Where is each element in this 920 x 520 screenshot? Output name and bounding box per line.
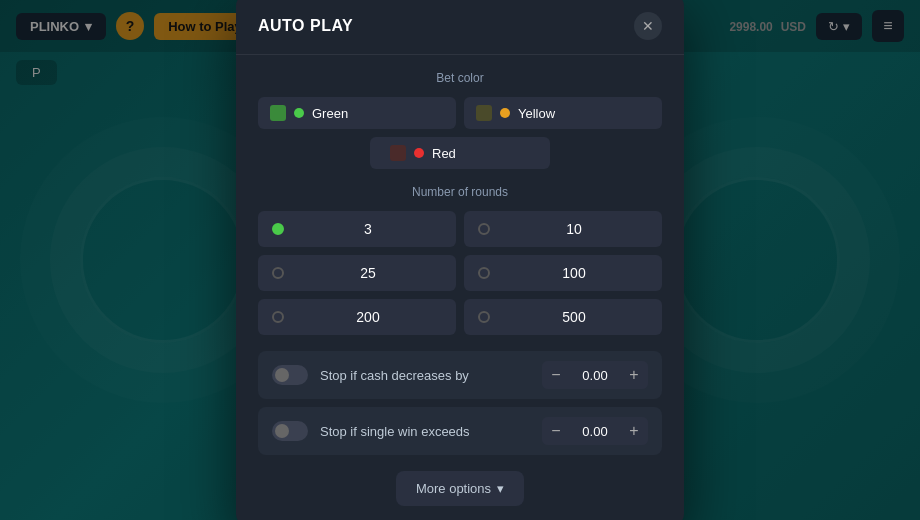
round-radio-200 bbox=[272, 311, 284, 323]
stop-cash-value: 0.00 bbox=[570, 368, 620, 383]
stop-cash-value-control: − 0.00 + bbox=[542, 361, 648, 389]
round-value-10: 10 bbox=[500, 221, 648, 237]
round-option-100[interactable]: 100 bbox=[464, 255, 662, 291]
red-label: Red bbox=[432, 146, 456, 161]
green-color-square bbox=[270, 105, 286, 121]
stop-single-win: Stop if single win exceeds − 0.00 + bbox=[258, 407, 662, 455]
modal-close-button[interactable]: ✕ bbox=[634, 12, 662, 40]
minus-icon-2: − bbox=[551, 422, 560, 440]
stop-win-label: Stop if single win exceeds bbox=[320, 424, 530, 439]
round-option-200[interactable]: 200 bbox=[258, 299, 456, 335]
rounds-section: Number of rounds 3 10 25 100 bbox=[258, 185, 662, 335]
color-option-yellow[interactable]: Yellow bbox=[464, 97, 662, 129]
stop-win-value: 0.00 bbox=[570, 424, 620, 439]
stop-cash-label: Stop if cash decreases by bbox=[320, 368, 530, 383]
modal-title: AUTO PLAY bbox=[258, 17, 353, 35]
round-radio-500 bbox=[478, 311, 490, 323]
yellow-color-square bbox=[476, 105, 492, 121]
more-options-label: More options bbox=[416, 481, 491, 496]
round-value-100: 100 bbox=[500, 265, 648, 281]
round-value-25: 25 bbox=[294, 265, 442, 281]
green-label: Green bbox=[312, 106, 348, 121]
more-options-section: More options ▾ bbox=[258, 471, 662, 506]
stop-win-minus-btn[interactable]: − bbox=[542, 417, 570, 445]
round-option-25[interactable]: 25 bbox=[258, 255, 456, 291]
round-radio-10 bbox=[478, 223, 490, 235]
color-option-red[interactable]: Red bbox=[370, 137, 550, 169]
red-dot bbox=[414, 148, 424, 158]
stop-win-value-control: − 0.00 + bbox=[542, 417, 648, 445]
more-options-chevron: ▾ bbox=[497, 481, 504, 496]
round-radio-100 bbox=[478, 267, 490, 279]
modal-body: Bet color Green Yellow Red bbox=[236, 55, 684, 506]
round-value-500: 500 bbox=[500, 309, 648, 325]
round-option-500[interactable]: 500 bbox=[464, 299, 662, 335]
yellow-label: Yellow bbox=[518, 106, 555, 121]
modal-header: AUTO PLAY ✕ bbox=[236, 0, 684, 55]
stop-cash-toggle[interactable] bbox=[272, 365, 308, 385]
green-dot bbox=[294, 108, 304, 118]
bet-color-center-row: Red bbox=[258, 137, 662, 169]
stop-win-plus-btn[interactable]: + bbox=[620, 417, 648, 445]
yellow-dot bbox=[500, 108, 510, 118]
round-value-3: 3 bbox=[294, 221, 442, 237]
rounds-label: Number of rounds bbox=[258, 185, 662, 199]
bet-color-label: Bet color bbox=[258, 71, 662, 85]
plus-icon-2: + bbox=[629, 422, 638, 440]
close-icon: ✕ bbox=[642, 18, 654, 34]
stop-win-toggle[interactable] bbox=[272, 421, 308, 441]
more-options-button[interactable]: More options ▾ bbox=[396, 471, 524, 506]
round-radio-3 bbox=[272, 223, 284, 235]
color-option-green[interactable]: Green bbox=[258, 97, 456, 129]
rounds-grid: 3 10 25 100 200 bbox=[258, 211, 662, 335]
bet-color-grid: Green Yellow bbox=[258, 97, 662, 129]
round-option-10[interactable]: 10 bbox=[464, 211, 662, 247]
stop-cash-minus-btn[interactable]: − bbox=[542, 361, 570, 389]
red-color-square bbox=[390, 145, 406, 161]
stop-cash-decrease: Stop if cash decreases by − 0.00 + bbox=[258, 351, 662, 399]
minus-icon: − bbox=[551, 366, 560, 384]
round-value-200: 200 bbox=[294, 309, 442, 325]
round-option-3[interactable]: 3 bbox=[258, 211, 456, 247]
autoplay-modal: AUTO PLAY ✕ Bet color Green Yellow bbox=[236, 0, 684, 520]
stop-cash-plus-btn[interactable]: + bbox=[620, 361, 648, 389]
round-radio-25 bbox=[272, 267, 284, 279]
plus-icon: + bbox=[629, 366, 638, 384]
